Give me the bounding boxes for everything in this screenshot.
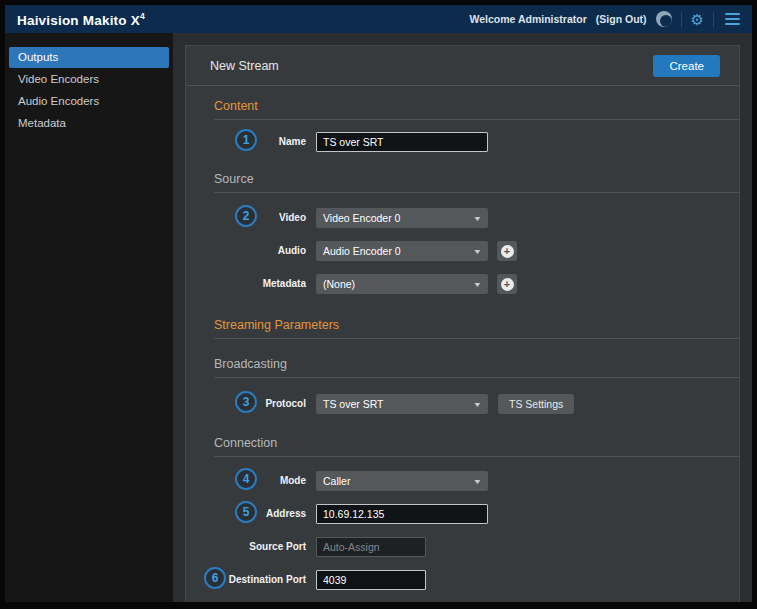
- mode-label: Mode: [186, 471, 306, 491]
- name-label: Name: [186, 132, 306, 152]
- welcome-text: Welcome Administrator: [470, 13, 587, 25]
- metadata-select-value: (None): [323, 278, 355, 290]
- sign-out-link[interactable]: (Sign Out): [596, 13, 647, 25]
- ts-settings-button[interactable]: TS Settings: [498, 394, 574, 414]
- audio-select-value: Audio Encoder 0: [323, 245, 401, 257]
- new-stream-panel: New Stream Create Content 1 Name Source …: [185, 45, 740, 602]
- video-label: Video: [186, 208, 306, 228]
- chevron-down-icon: ▼: [473, 281, 483, 288]
- sidebar-item-metadata[interactable]: Metadata: [9, 113, 169, 134]
- about-icon[interactable]: [656, 11, 672, 27]
- destination-port-input[interactable]: [316, 570, 426, 590]
- source-port-label: Source Port: [186, 537, 306, 557]
- connection-heading: Connection: [214, 436, 739, 457]
- metadata-label: Metadata: [186, 274, 306, 294]
- audio-label: Audio: [186, 241, 306, 261]
- mode-select-value: Caller: [323, 475, 350, 487]
- video-select-value: Video Encoder 0: [323, 212, 400, 224]
- video-select[interactable]: Video Encoder 0 ▼: [316, 208, 488, 228]
- protocol-select[interactable]: TS over SRT ▼: [316, 394, 488, 414]
- main-area: New Stream Create Content 1 Name Source …: [173, 33, 752, 602]
- destination-port-label: Destination Port: [186, 570, 306, 590]
- metadata-field-row: Metadata (None) ▼ +: [186, 274, 739, 294]
- add-audio-button[interactable]: +: [497, 241, 517, 261]
- protocol-select-value: TS over SRT: [323, 398, 384, 410]
- plus-icon: +: [501, 278, 514, 291]
- chevron-down-icon: ▼: [473, 401, 483, 408]
- window-frame: Haivision Makito X4 Welcome Administrato…: [0, 0, 757, 609]
- protocol-label: Protocol: [186, 394, 306, 414]
- header-actions: Welcome Administrator (Sign Out) ⚙: [470, 11, 742, 28]
- address-field-row: 5 Address: [186, 504, 739, 524]
- brand-superscript: 4: [140, 11, 145, 21]
- chevron-down-icon: ▼: [473, 215, 483, 222]
- video-field-row: 2 Video Video Encoder 0 ▼: [186, 208, 739, 228]
- gear-icon[interactable]: ⚙: [691, 12, 704, 27]
- chevron-down-icon: ▼: [473, 248, 483, 255]
- audio-field-row: Audio Audio Encoder 0 ▼ +: [186, 241, 739, 261]
- content-section-heading: Content: [214, 99, 739, 120]
- streaming-parameters-heading: Streaming Parameters: [214, 318, 739, 339]
- mode-select[interactable]: Caller ▼: [316, 471, 488, 491]
- add-metadata-button[interactable]: +: [497, 274, 517, 294]
- audio-select[interactable]: Audio Encoder 0 ▼: [316, 241, 488, 261]
- menu-icon[interactable]: [723, 11, 742, 28]
- destination-port-field-row: 6 Destination Port: [186, 570, 739, 590]
- mode-field-row: 4 Mode Caller ▼: [186, 471, 739, 491]
- sidebar-item-video-encoders[interactable]: Video Encoders: [9, 69, 169, 90]
- create-button[interactable]: Create: [653, 55, 720, 77]
- name-input[interactable]: [316, 132, 488, 152]
- broadcasting-heading: Broadcasting: [214, 357, 739, 378]
- source-port-field-row: Source Port: [186, 537, 739, 557]
- app: Haivision Makito X4 Welcome Administrato…: [5, 5, 752, 602]
- source-port-input[interactable]: [316, 537, 426, 557]
- app-logo: Haivision Makito X4: [17, 11, 145, 28]
- metadata-select[interactable]: (None) ▼: [316, 274, 488, 294]
- page-title: New Stream: [210, 59, 279, 73]
- protocol-field-row: 3 Protocol TS over SRT ▼ TS Settings: [186, 394, 739, 414]
- plus-icon: +: [501, 245, 514, 258]
- header-divider: [713, 12, 714, 27]
- header-divider: [681, 12, 682, 27]
- body: Outputs Video Encoders Audio Encoders Me…: [5, 33, 752, 602]
- sidebar-item-audio-encoders[interactable]: Audio Encoders: [9, 91, 169, 112]
- name-field-row: 1 Name: [186, 132, 739, 152]
- panel-titlebar: New Stream Create: [186, 46, 739, 86]
- address-label: Address: [186, 504, 306, 524]
- chevron-down-icon: ▼: [473, 478, 483, 485]
- source-section-heading: Source: [214, 172, 739, 193]
- sidebar: Outputs Video Encoders Audio Encoders Me…: [5, 33, 173, 602]
- sidebar-item-outputs[interactable]: Outputs: [9, 47, 169, 68]
- brand-text: Haivision Makito X: [17, 12, 140, 27]
- app-header: Haivision Makito X4 Welcome Administrato…: [5, 5, 752, 33]
- address-input[interactable]: [316, 504, 488, 524]
